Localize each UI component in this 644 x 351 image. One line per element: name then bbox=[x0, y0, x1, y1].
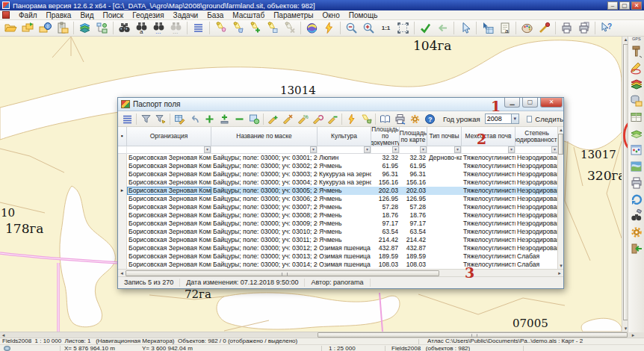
cell-soil_type[interactable] bbox=[427, 244, 462, 252]
status-scale[interactable]: 1 : 25 000 bbox=[329, 345, 356, 351]
cell-soil_comp[interactable]: Тяжелосуглинистые bbox=[462, 195, 515, 203]
minimize-button[interactable]: – bbox=[607, 1, 618, 10]
run-calculation-icon[interactable] bbox=[344, 112, 359, 126]
table-row[interactable]: ▸Борисовская Зерновая КомпанияБайцуры; п… bbox=[118, 187, 563, 195]
cell-area_map[interactable]: 214.42 bbox=[400, 236, 427, 244]
table-row[interactable]: Борисовская Зерновая КомпанияБайцуры; по… bbox=[118, 178, 563, 187]
table-row[interactable]: Борисовская Зерновая КомпанияБайцуры; по… bbox=[118, 154, 563, 162]
legend-icon[interactable] bbox=[629, 143, 644, 158]
object-text-icon[interactable]: a bbox=[496, 20, 513, 36]
cell-soil_type[interactable] bbox=[427, 178, 462, 187]
map-view-icon[interactable] bbox=[629, 159, 644, 174]
zoom-1-1-icon[interactable]: 1:1 bbox=[377, 20, 394, 36]
cell-soil_comp[interactable]: Тяжелосуглинистые bbox=[462, 236, 515, 244]
menu-parameters[interactable]: Параметры bbox=[269, 11, 318, 19]
agro-maps-icon[interactable] bbox=[629, 126, 644, 141]
filter-icon[interactable] bbox=[138, 112, 153, 126]
update-data-icon[interactable] bbox=[629, 192, 644, 207]
cell-soil_comp[interactable]: Тяжелосуглинистые bbox=[462, 220, 515, 228]
header-mask-name[interactable]: Название по маске bbox=[211, 127, 318, 146]
cell-erosion[interactable]: Слабая bbox=[515, 252, 559, 261]
maximize-button[interactable]: ▢ bbox=[619, 1, 630, 10]
satellite-search-icon[interactable] bbox=[629, 208, 644, 223]
menu-view[interactable]: Вид bbox=[75, 11, 98, 19]
cell-name[interactable]: Байцуры; поле: 03000; уч: 03012; 2008 г. bbox=[211, 244, 318, 252]
cell-org[interactable]: Борисовская Зерновая Компания bbox=[127, 187, 211, 195]
filter-search-icon[interactable] bbox=[153, 112, 168, 126]
cell-org[interactable]: Борисовская Зерновая Компания bbox=[127, 162, 211, 170]
cell-culture[interactable]: Ячмень bbox=[318, 195, 371, 203]
cell-area_map[interactable]: 18.76 bbox=[400, 211, 427, 220]
cell-culture[interactable]: Ячмень bbox=[318, 211, 371, 220]
cell-name[interactable]: Байцуры; поле: 03000; уч: 03009; 2008 г. bbox=[211, 220, 318, 228]
menu-tasks[interactable]: Задачи bbox=[169, 11, 203, 19]
undo-icon[interactable] bbox=[187, 112, 202, 126]
print-report-icon[interactable] bbox=[392, 112, 407, 126]
cell-erosion[interactable]: Неэродированные bbox=[515, 244, 559, 252]
cell-area_map[interactable]: 32.32 bbox=[400, 154, 427, 162]
table-row[interactable]: Борисовская Зерновая КомпанияБайцуры; по… bbox=[118, 211, 563, 220]
menu-scale[interactable]: Масштаб bbox=[228, 11, 269, 19]
field-passport-icon[interactable] bbox=[629, 110, 644, 125]
object-card-icon[interactable] bbox=[479, 20, 496, 36]
cell-soil_type[interactable] bbox=[427, 236, 462, 244]
cell-erosion[interactable]: Неэродированные bbox=[515, 170, 559, 178]
cell-area_map[interactable]: 202.03 bbox=[400, 187, 427, 195]
cell-name[interactable]: Байцуры; поле: 03000; уч: 03013; 2008 г. bbox=[211, 252, 318, 261]
paste-map-icon[interactable] bbox=[54, 20, 71, 36]
cell-erosion[interactable]: Слабая bbox=[515, 261, 559, 269]
map-3d-icon[interactable] bbox=[303, 20, 321, 36]
select-object-icon[interactable] bbox=[264, 20, 281, 36]
menu-file[interactable]: Файл bbox=[14, 11, 42, 19]
select-cancel-icon[interactable] bbox=[281, 20, 298, 36]
cell-soil_comp[interactable]: Тяжелосуглинистые bbox=[462, 162, 515, 170]
cell-soil_type[interactable] bbox=[427, 261, 462, 269]
cell-erosion[interactable]: Неэродированные bbox=[515, 187, 559, 195]
cell-soil_type[interactable] bbox=[427, 170, 462, 178]
table-row[interactable]: Борисовская Зерновая КомпанияБайцуры; по… bbox=[118, 261, 563, 269]
calc-cut-icon[interactable] bbox=[280, 112, 295, 126]
cell-soil_comp[interactable]: Тяжелосуглинистые bbox=[462, 178, 515, 187]
cell-org[interactable]: Борисовская Зерновая Компания bbox=[127, 154, 211, 162]
cell-culture[interactable]: Кукуруза на зерно bbox=[318, 170, 371, 178]
cell-name[interactable]: Байцуры; поле: 03000; уч: 03014; 2008 г. bbox=[211, 261, 318, 269]
filter-dropdown-icon[interactable]: ▾ bbox=[204, 146, 211, 153]
table-row[interactable]: Борисовская Зерновая КомпанияБайцуры; по… bbox=[118, 195, 563, 203]
record-list-icon[interactable] bbox=[120, 112, 134, 126]
cell-soil_comp[interactable]: Тяжелосуглинистые bbox=[462, 211, 515, 220]
edit-record-icon[interactable] bbox=[172, 112, 187, 126]
add-record-icon[interactable] bbox=[202, 112, 217, 126]
cell-area_map[interactable]: 97.17 bbox=[400, 220, 427, 228]
filter-organization[interactable]: ▾ bbox=[127, 146, 211, 154]
cell-erosion[interactable]: Неэродированные bbox=[515, 211, 559, 220]
cell-soil_comp[interactable]: Тяжелосуглинистые bbox=[462, 154, 515, 162]
cell-soil_type[interactable] bbox=[427, 211, 462, 220]
cell-soil_type[interactable] bbox=[427, 228, 462, 236]
cell-soil_comp[interactable]: Тяжелосуглинистые bbox=[462, 244, 515, 252]
cell-culture[interactable]: Ячмень bbox=[318, 162, 371, 170]
print-fragment-icon[interactable] bbox=[575, 20, 592, 36]
map-hscroll-thumb[interactable] bbox=[318, 332, 628, 338]
context-help-icon[interactable]: ? bbox=[598, 20, 615, 36]
select-polygon-icon[interactable] bbox=[229, 20, 247, 36]
table-row[interactable]: Борисовская Зерновая КомпанияБайцуры; по… bbox=[118, 244, 563, 252]
cell-culture[interactable]: Ячмень bbox=[318, 203, 371, 211]
run-application-icon[interactable] bbox=[321, 20, 338, 36]
cell-area_doc[interactable]: 202.03 bbox=[371, 187, 400, 195]
matrix-layers-icon[interactable] bbox=[629, 77, 644, 92]
cell-area_doc[interactable]: 96.31 bbox=[371, 170, 400, 178]
header-soil-type[interactable]: Тип почвы bbox=[427, 127, 462, 146]
table-row[interactable]: Борисовская Зерновая КомпанияБайцуры; по… bbox=[118, 203, 563, 211]
cell-culture[interactable]: Озимая пшеница bbox=[318, 261, 371, 269]
cell-area_doc[interactable]: 97.17 bbox=[371, 220, 400, 228]
menu-help[interactable]: Помощь bbox=[344, 11, 383, 19]
delete-record-icon[interactable] bbox=[232, 112, 247, 126]
header-soil-composition[interactable]: Мехсостав почв bbox=[462, 127, 515, 146]
cell-culture[interactable]: Озимая пшеница bbox=[318, 244, 371, 252]
save-record-icon[interactable] bbox=[247, 112, 261, 126]
cell-org[interactable]: Борисовская Зерновая Компания bbox=[127, 261, 211, 269]
menu-search[interactable]: Поиск bbox=[98, 11, 128, 19]
calc-remove-icon[interactable] bbox=[325, 112, 340, 126]
calc-add-icon[interactable] bbox=[265, 112, 280, 126]
settings-icon[interactable] bbox=[629, 225, 644, 240]
